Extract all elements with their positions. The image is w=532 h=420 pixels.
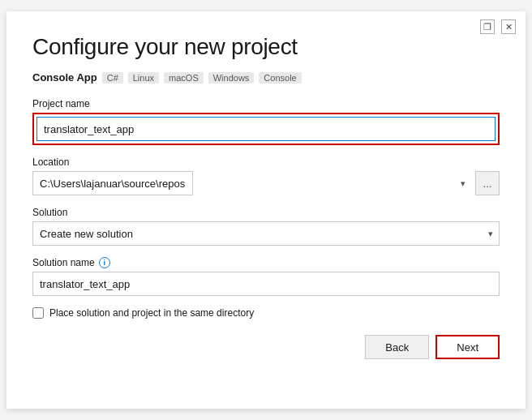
project-name-input[interactable]	[36, 117, 496, 141]
solution-section: Solution Create new solution Add to solu…	[32, 207, 500, 246]
solution-select-wrapper: Create new solution Add to solution	[32, 221, 500, 246]
button-row: Back Next	[32, 335, 500, 359]
project-name-red-border	[32, 113, 500, 145]
project-name-label: Project name	[32, 98, 500, 109]
location-row: C:\Users\lajanuar\source\repos ...	[32, 171, 500, 195]
app-type-label: Console App	[32, 71, 97, 84]
location-section: Location C:\Users\lajanuar\source\repos …	[32, 156, 500, 195]
tag-csharp: C#	[102, 72, 123, 84]
next-button[interactable]: Next	[435, 335, 500, 359]
solution-label: Solution	[32, 207, 500, 218]
subtitle-row: Console App C# Linux macOS Windows Conso…	[32, 71, 500, 84]
same-directory-checkbox[interactable]	[32, 307, 44, 319]
same-directory-label: Place solution and project in the same d…	[49, 307, 254, 319]
tag-console: Console	[259, 72, 301, 84]
solution-name-input[interactable]	[32, 272, 500, 296]
solution-name-label: Solution name i	[32, 257, 500, 268]
back-button[interactable]: Back	[365, 335, 429, 359]
solution-name-info-icon[interactable]: i	[99, 257, 110, 268]
configure-project-dialog: ❐ ✕ Configure your new project Console A…	[6, 11, 526, 409]
solution-name-section: Solution name i	[32, 257, 500, 296]
tag-macos: macOS	[164, 72, 204, 84]
project-name-section: Project name	[32, 98, 500, 145]
tag-linux: Linux	[128, 72, 159, 84]
titlebar-controls: ❐ ✕	[480, 19, 516, 34]
same-directory-row: Place solution and project in the same d…	[32, 307, 500, 319]
close-button[interactable]: ✕	[501, 19, 516, 34]
browse-button[interactable]: ...	[475, 171, 500, 195]
tag-windows: Windows	[208, 72, 255, 84]
solution-select[interactable]: Create new solution Add to solution	[32, 221, 500, 246]
restore-button[interactable]: ❐	[480, 19, 495, 34]
page-title: Configure your new project	[32, 34, 500, 60]
location-select-wrapper: C:\Users\lajanuar\source\repos	[32, 171, 472, 195]
location-label: Location	[32, 156, 500, 168]
location-select[interactable]: C:\Users\lajanuar\source\repos	[32, 171, 193, 195]
